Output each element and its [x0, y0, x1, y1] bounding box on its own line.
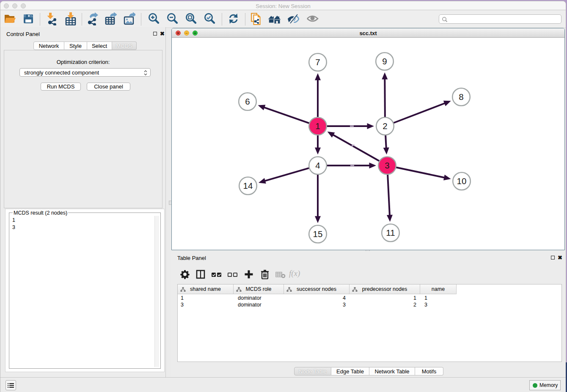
- svg-text:1: 1: [315, 121, 320, 131]
- svg-text:6: 6: [245, 97, 250, 106]
- svg-text:8: 8: [459, 92, 463, 102]
- svg-text:15: 15: [313, 229, 323, 239]
- svg-text:11: 11: [386, 228, 395, 237]
- svg-text:3: 3: [385, 160, 389, 170]
- svg-text:2: 2: [383, 121, 387, 131]
- svg-text:7: 7: [315, 57, 320, 67]
- svg-text:4: 4: [315, 160, 320, 170]
- svg-text:14: 14: [243, 181, 253, 190]
- svg-text:9: 9: [382, 56, 387, 66]
- svg-text:10: 10: [457, 176, 467, 186]
